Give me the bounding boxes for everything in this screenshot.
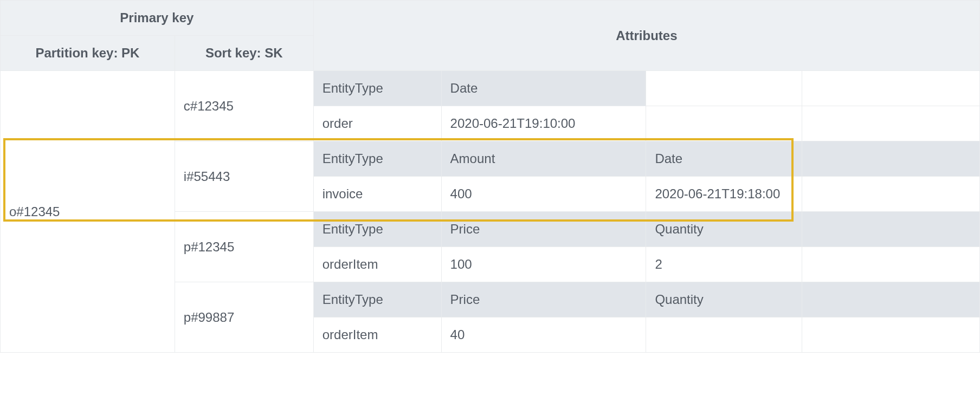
attr-header: Amount (441, 141, 646, 177)
attr-header: EntityType (313, 141, 441, 177)
attr-value: 2020-06-21T19:18:00 (646, 177, 802, 212)
attr-value: 2020-06-21T19:10:00 (441, 106, 646, 141)
dynamodb-table: Primary key Attributes Partition key: PK… (0, 0, 980, 353)
attr-header-empty (802, 71, 980, 106)
attr-value-empty (802, 106, 980, 141)
attr-value: 40 (441, 317, 646, 353)
attr-value: 2 (646, 247, 802, 282)
attr-header: Quantity (646, 282, 802, 317)
header-attributes: Attributes (313, 1, 979, 71)
attr-value-empty (802, 177, 980, 212)
header-sort-key: Sort key: SK (175, 36, 313, 71)
attr-value: 400 (441, 177, 646, 212)
attr-header: Quantity (646, 212, 802, 247)
attr-header: EntityType (313, 71, 441, 106)
sort-key-value: i#55443 (175, 141, 313, 212)
attr-value: 100 (441, 247, 646, 282)
attr-header: Price (441, 282, 646, 317)
header-partition-key: Partition key: PK (1, 36, 175, 71)
attr-header: Date (646, 141, 802, 177)
sort-key-value: p#99887 (175, 282, 313, 353)
attr-value: invoice (313, 177, 441, 212)
attr-header: EntityType (313, 212, 441, 247)
header-primary-key: Primary key (1, 1, 314, 36)
attr-value-empty (646, 106, 802, 141)
partition-key-value: o#12345 (1, 71, 175, 353)
attr-header: Price (441, 212, 646, 247)
sort-key-value: p#12345 (175, 212, 313, 282)
attr-value: order (313, 106, 441, 141)
attr-value: orderItem (313, 247, 441, 282)
attr-header-empty (802, 212, 980, 247)
sort-key-value: c#12345 (175, 71, 313, 141)
attr-value: orderItem (313, 317, 441, 353)
attr-header-empty (802, 282, 980, 317)
attr-value-empty (802, 317, 980, 353)
attr-value-empty (802, 247, 980, 282)
attr-header-empty (646, 71, 802, 106)
attr-value (646, 317, 802, 353)
attr-header: EntityType (313, 282, 441, 317)
attr-header-empty (802, 141, 980, 177)
attr-header: Date (441, 71, 646, 106)
